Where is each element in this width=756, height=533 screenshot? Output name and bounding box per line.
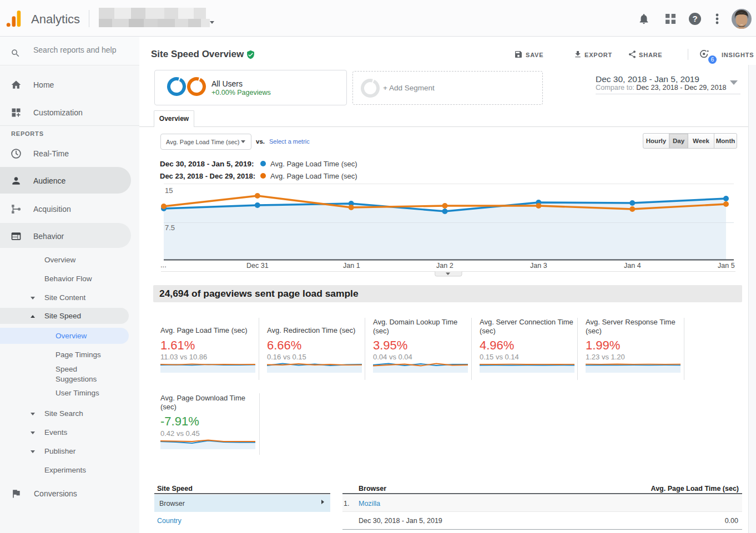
svg-text:?: ?	[692, 14, 697, 23]
